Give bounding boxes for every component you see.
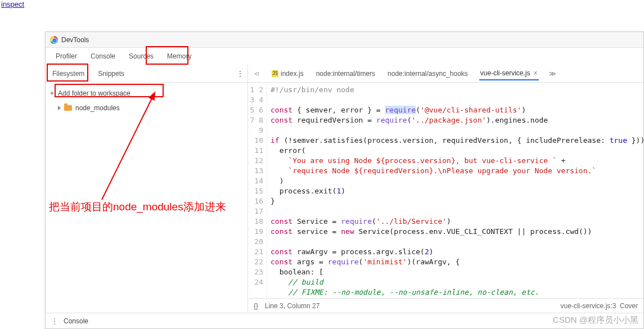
braces-icon[interactable]: {} (254, 302, 258, 310)
add-folder-to-workspace[interactable]: Add folder to workspace (46, 86, 247, 101)
tab-memory[interactable]: Memory (160, 49, 198, 64)
nav-back-icon[interactable]: ⊲ (253, 70, 260, 78)
file-tab-index[interactable]: JSindex.js (271, 67, 305, 80)
more-options-icon[interactable]: ⋮ (236, 69, 244, 78)
file-tabs: ⊲ JSindex.js node:internal/timers node:i… (248, 65, 643, 83)
annotation-text: 把当前项目的node_modules添加进来 (46, 200, 247, 214)
cursor-position: Line 3, Column 27 (265, 302, 319, 310)
window-title: DevTools (61, 36, 89, 44)
more-files-icon[interactable]: ≫ (549, 70, 556, 78)
code-editor[interactable]: 1 2 3 4 5 6 7 8 9 10 11 12 13 14 15 16 1… (248, 83, 643, 298)
close-icon[interactable]: × (534, 69, 538, 77)
caret-icon (58, 106, 61, 110)
filesystem-tree: Add folder to workspace node_modules 把当前… (46, 83, 247, 313)
js-file-icon: JS (272, 70, 278, 77)
subtab-snippets[interactable]: Snippets (94, 67, 128, 80)
devtools-window: DevTools Profiler Console Sources Memory… (45, 31, 644, 329)
file-tab-active[interactable]: vue-cli-service.js× (479, 67, 539, 80)
left-panel: Filesystem Snippets ⋮ Add folder to work… (46, 65, 248, 313)
tree-node-modules[interactable]: node_modules (46, 101, 247, 115)
file-tab-timers[interactable]: node:internal/timers (315, 67, 376, 80)
right-panel: ⊲ JSindex.js node:internal/timers node:i… (248, 65, 643, 313)
subtab-filesystem[interactable]: Filesystem (49, 67, 88, 80)
coverage-label: Cover (620, 302, 638, 310)
status-file: vue-cli-service.js:3 (561, 302, 616, 310)
tab-sources[interactable]: Sources (122, 49, 160, 64)
drawer-console-tab[interactable]: Console (64, 317, 88, 325)
titlebar: DevTools (46, 32, 643, 48)
chrome-icon (50, 36, 58, 44)
folder-icon (64, 105, 72, 111)
tab-console[interactable]: Console (84, 49, 122, 64)
tab-profiler[interactable]: Profiler (49, 49, 84, 64)
file-tab-hooks[interactable]: node:internal/async_hooks (386, 67, 469, 80)
main-tabs: Profiler Console Sources Memory (46, 48, 643, 65)
top-inspect-link[interactable]: inspect (1, 0, 24, 8)
status-bar: {} Line 3, Column 27 vue-cli-service.js:… (248, 298, 643, 313)
code-content[interactable]: #!/usr/bin/env node const { semver, erro… (267, 83, 643, 298)
line-numbers: 1 2 3 4 5 6 7 8 9 10 11 12 13 14 15 16 1… (248, 83, 267, 298)
drawer-kebab-icon[interactable]: ⋮ (51, 317, 58, 325)
watermark: CSDN @程序员小小黑 (553, 315, 638, 326)
